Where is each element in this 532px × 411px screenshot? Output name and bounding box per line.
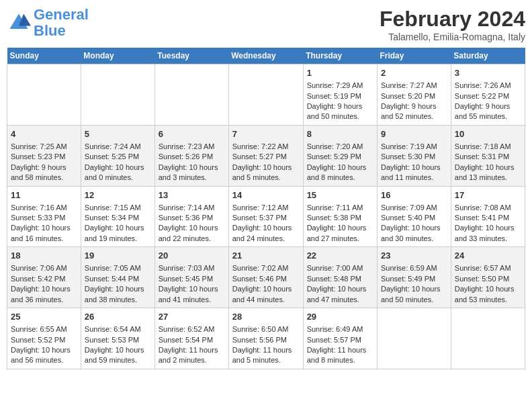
day-info: and 47 minutes.: [307, 295, 373, 305]
day-number: 16: [381, 189, 447, 201]
header-sunday: Sunday: [7, 48, 81, 64]
day-info: and 8 minutes.: [307, 173, 373, 183]
day-info: Sunset: 5:19 PM: [307, 91, 373, 101]
day-info: Sunrise: 7:24 AM: [85, 142, 151, 152]
day-info: Sunset: 5:33 PM: [11, 213, 77, 223]
table-row: 20Sunrise: 7:03 AMSunset: 5:45 PMDayligh…: [154, 247, 228, 308]
day-info: and 36 minutes.: [11, 295, 77, 305]
day-info: Sunset: 5:41 PM: [455, 213, 521, 223]
day-info: and 55 minutes.: [455, 111, 521, 122]
day-info: and 50 minutes.: [381, 295, 447, 305]
table-row: 28Sunrise: 6:50 AMSunset: 5:56 PMDayligh…: [228, 308, 303, 369]
logo-blue: Blue: [34, 22, 66, 39]
table-row: 14Sunrise: 7:12 AMSunset: 5:37 PMDayligh…: [228, 186, 303, 247]
day-info: Sunrise: 7:14 AM: [159, 203, 225, 213]
day-info: and 11 minutes.: [381, 173, 447, 183]
logo: General Blue: [7, 7, 89, 39]
day-info: Daylight: 10 hours: [85, 223, 151, 233]
day-info: and 0 minutes.: [85, 173, 151, 183]
day-info: and 22 minutes.: [159, 234, 225, 244]
table-row: 29Sunrise: 6:49 AMSunset: 5:57 PMDayligh…: [303, 308, 377, 369]
day-info: Sunrise: 7:16 AM: [11, 203, 77, 213]
day-number: 7: [232, 128, 300, 140]
table-row: 10Sunrise: 7:18 AMSunset: 5:31 PMDayligh…: [451, 125, 525, 186]
day-info: Sunset: 5:23 PM: [11, 152, 77, 162]
day-info: Daylight: 10 hours: [381, 223, 447, 233]
day-info: Sunrise: 7:08 AM: [455, 203, 521, 213]
day-number: 23: [381, 250, 447, 262]
day-info: Daylight: 9 hours: [455, 101, 521, 111]
day-info: Sunset: 5:22 PM: [455, 91, 521, 101]
table-row: 2Sunrise: 7:27 AMSunset: 5:20 PMDaylight…: [377, 64, 451, 126]
day-info: and 44 minutes.: [232, 295, 300, 305]
day-info: Sunrise: 6:55 AM: [11, 324, 77, 334]
day-number: 22: [307, 250, 373, 262]
calendar-week-row: 25Sunrise: 6:55 AMSunset: 5:52 PMDayligh…: [7, 308, 525, 369]
day-info: and 41 minutes.: [159, 295, 225, 305]
title-block: February 2024 Talamello, Emilia-Romagna,…: [380, 7, 525, 42]
day-info: and 13 minutes.: [455, 173, 521, 183]
day-info: Sunset: 5:36 PM: [159, 213, 225, 223]
day-info: Sunrise: 7:18 AM: [455, 142, 521, 152]
day-info: Daylight: 10 hours: [232, 163, 300, 173]
day-info: Daylight: 10 hours: [11, 345, 77, 355]
table-row: 9Sunrise: 7:19 AMSunset: 5:30 PMDaylight…: [377, 125, 451, 186]
calendar-week-row: 4Sunrise: 7:25 AMSunset: 5:23 PMDaylight…: [7, 125, 525, 186]
table-row: 5Sunrise: 7:24 AMSunset: 5:25 PMDaylight…: [81, 125, 154, 186]
day-info: Sunrise: 6:54 AM: [85, 324, 151, 334]
day-number: 21: [232, 250, 300, 262]
table-row: 26Sunrise: 6:54 AMSunset: 5:53 PMDayligh…: [81, 308, 154, 369]
day-info: Sunrise: 7:22 AM: [232, 142, 300, 152]
day-info: Sunset: 5:48 PM: [307, 274, 373, 284]
day-info: Daylight: 10 hours: [307, 223, 373, 233]
day-info: Sunset: 5:46 PM: [232, 274, 300, 284]
day-info: Daylight: 10 hours: [381, 163, 447, 173]
table-row: 22Sunrise: 7:00 AMSunset: 5:48 PMDayligh…: [303, 247, 377, 308]
day-number: 29: [307, 311, 373, 323]
day-info: Sunset: 5:49 PM: [381, 274, 447, 284]
day-info: and 59 minutes.: [85, 355, 151, 365]
day-info: Sunrise: 7:25 AM: [11, 142, 77, 152]
day-info: Daylight: 10 hours: [455, 163, 521, 173]
day-info: Sunrise: 7:00 AM: [307, 263, 373, 273]
day-number: 17: [455, 189, 521, 201]
table-row: 27Sunrise: 6:52 AMSunset: 5:54 PMDayligh…: [154, 308, 228, 369]
day-info: Daylight: 10 hours: [85, 163, 151, 173]
table-row: 18Sunrise: 7:06 AMSunset: 5:42 PMDayligh…: [7, 247, 81, 308]
day-info: Daylight: 11 hours: [232, 345, 300, 355]
day-info: Daylight: 11 hours: [307, 345, 373, 355]
table-row: 25Sunrise: 6:55 AMSunset: 5:52 PMDayligh…: [7, 308, 81, 369]
day-info: and 3 minutes.: [159, 173, 225, 183]
day-info: Sunset: 5:44 PM: [85, 274, 151, 284]
calendar-week-row: 11Sunrise: 7:16 AMSunset: 5:33 PMDayligh…: [7, 186, 525, 247]
day-info: Sunrise: 7:23 AM: [159, 142, 225, 152]
day-info: Daylight: 11 hours: [159, 345, 225, 355]
day-info: Sunset: 5:29 PM: [307, 152, 373, 162]
day-info: Sunrise: 6:59 AM: [381, 263, 447, 273]
table-row: 17Sunrise: 7:08 AMSunset: 5:41 PMDayligh…: [451, 186, 525, 247]
day-info: Sunset: 5:30 PM: [381, 152, 447, 162]
day-number: 5: [85, 128, 151, 140]
day-info: Daylight: 10 hours: [85, 284, 151, 294]
sub-title: Talamello, Emilia-Romagna, Italy: [380, 32, 525, 42]
day-info: Daylight: 10 hours: [159, 223, 225, 233]
day-info: Daylight: 10 hours: [159, 163, 225, 173]
day-info: Sunset: 5:54 PM: [159, 335, 225, 345]
day-info: Daylight: 10 hours: [307, 284, 373, 294]
table-row: [154, 64, 228, 126]
logo-text: General Blue: [34, 7, 89, 39]
day-number: 18: [11, 250, 77, 262]
day-info: Daylight: 10 hours: [381, 284, 447, 294]
day-info: Daylight: 10 hours: [455, 223, 521, 233]
day-number: 3: [455, 67, 521, 79]
day-info: Sunrise: 7:19 AM: [381, 142, 447, 152]
logo-general: General: [34, 6, 89, 23]
day-info: Daylight: 10 hours: [232, 223, 300, 233]
table-row: 11Sunrise: 7:16 AMSunset: 5:33 PMDayligh…: [7, 186, 81, 247]
day-info: Sunrise: 6:57 AM: [455, 263, 521, 273]
day-info: and 50 minutes.: [307, 111, 373, 122]
day-info: and 5 minutes.: [232, 173, 300, 183]
day-info: Sunset: 5:20 PM: [381, 91, 447, 101]
day-info: Sunset: 5:56 PM: [232, 335, 300, 345]
day-number: 11: [11, 189, 77, 201]
